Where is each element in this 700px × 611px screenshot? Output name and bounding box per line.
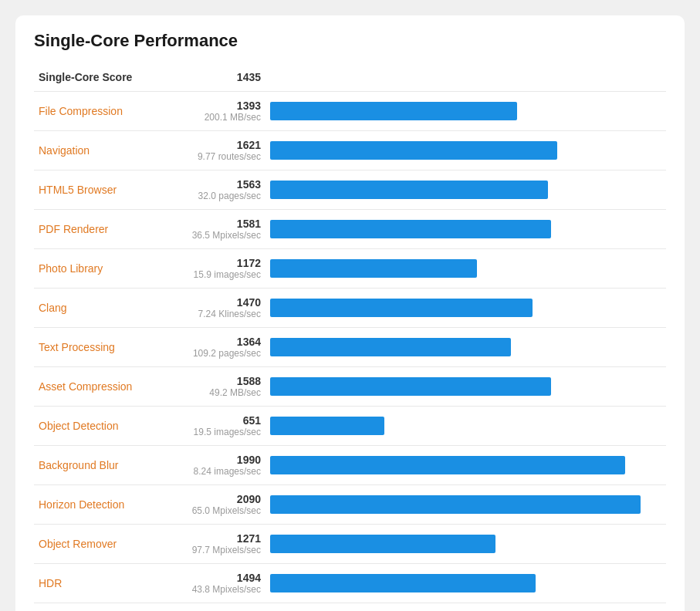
score-cell: 1393200.1 MB/sec (173, 92, 265, 131)
bar-fill (270, 495, 641, 514)
bar-cell (265, 249, 666, 289)
bar-track (270, 297, 661, 319)
bar-cell (265, 603, 666, 612)
page-title: Single-Core Performance (34, 31, 666, 51)
score-unit: 43.8 Mpixels/sec (178, 584, 261, 595)
benchmark-link[interactable]: HDR (34, 564, 173, 603)
benchmark-link[interactable]: Navigation (34, 131, 173, 170)
table-row: HTML5 Browser156332.0 pages/sec (34, 170, 666, 210)
benchmark-link[interactable]: Background Blur (34, 446, 173, 485)
score-cell: 149443.8 Mpixels/sec (173, 564, 265, 603)
bar-track (270, 376, 661, 397)
benchmark-link[interactable]: PDF Renderer (34, 210, 173, 249)
bar-fill (270, 535, 495, 553)
bar-fill (270, 259, 477, 278)
score-cell: 117215.9 images/sec (173, 249, 265, 289)
score-value: 1271 (178, 532, 261, 545)
benchmark-link[interactable]: Asset Compression (34, 367, 173, 407)
table-row: Background Blur19908.24 images/sec (34, 446, 666, 485)
table-row: Object Detection65119.5 images/sec (34, 407, 666, 446)
bar-track (270, 336, 661, 358)
benchmark-link[interactable]: HTML5 Browser (34, 170, 173, 210)
table-row: Object Remover127197.7 Mpixels/sec (34, 525, 666, 564)
bar-cell (265, 92, 666, 131)
benchmark-table: Single-Core Score1435File Compression139… (34, 63, 666, 611)
benchmark-link[interactable]: Clang (34, 289, 173, 328)
bar-track (270, 258, 661, 279)
score-unit: 109.2 pages/sec (178, 348, 261, 359)
bar-cell (265, 328, 666, 367)
table-row: Horizon Detection209065.0 Mpixels/sec (34, 485, 666, 525)
score-unit: 49.2 MB/sec (178, 387, 261, 398)
bar-cell (265, 131, 666, 170)
bar-track (270, 100, 661, 122)
bar-fill (270, 456, 625, 474)
score-cell: 158849.2 MB/sec (173, 367, 265, 407)
score-cell: 209065.0 Mpixels/sec (173, 485, 265, 525)
benchmark-link[interactable]: Text Processing (34, 328, 173, 367)
bar-fill (270, 141, 557, 160)
score-cell: 127197.7 Mpixels/sec (173, 525, 265, 564)
bar-track (270, 494, 661, 515)
score-cell: 19908.24 images/sec (173, 446, 265, 485)
score-value: 1621 (178, 139, 261, 151)
score-value: 1990 (178, 454, 261, 466)
benchmark-link[interactable]: File Compression (34, 92, 173, 131)
benchmark-link[interactable]: Photo Library (34, 249, 173, 289)
bar-fill (270, 377, 551, 396)
bar-cell (265, 210, 666, 249)
score-unit: 8.24 images/sec (178, 466, 261, 477)
score-value: 1588 (178, 375, 261, 387)
score-cell: 158136.5 Mpixels/sec (173, 210, 265, 249)
score-value: 1494 (178, 572, 261, 584)
score-unit: 32.0 pages/sec (178, 191, 261, 201)
bar-cell (265, 63, 666, 92)
benchmark-link[interactable]: Photo Filter (34, 603, 173, 612)
bar-track (270, 533, 661, 555)
table-row: Navigation16219.77 routes/sec (34, 131, 666, 170)
table-row: File Compression1393200.1 MB/sec (34, 92, 666, 131)
score-unit: 7.24 Klines/sec (178, 309, 261, 319)
score-value: 2090 (178, 493, 261, 505)
bar-track (270, 572, 661, 594)
score-cell: 1976 (173, 603, 265, 612)
bar-track (270, 179, 661, 201)
score-cell: 65119.5 images/sec (173, 407, 265, 446)
table-row: Clang14707.24 Klines/sec (34, 289, 666, 328)
score-unit: 97.7 Mpixels/sec (178, 545, 261, 555)
table-row: Photo Library117215.9 images/sec (34, 249, 666, 289)
bar-cell (265, 525, 666, 564)
score-value: 1172 (178, 257, 261, 269)
score-unit: 36.5 Mpixels/sec (178, 230, 261, 241)
bar-track (270, 140, 661, 161)
table-row: Single-Core Score1435 (34, 63, 666, 92)
bar-track (270, 415, 661, 437)
score-cell: 16219.77 routes/sec (173, 131, 265, 170)
benchmark-link[interactable]: Object Remover (34, 525, 173, 564)
benchmark-link[interactable]: Object Detection (34, 407, 173, 446)
score-cell: 1435 (173, 63, 265, 92)
score-cell: 14707.24 Klines/sec (173, 289, 265, 328)
score-value: 1563 (178, 178, 261, 191)
score-unit: 9.77 routes/sec (178, 151, 261, 162)
performance-card: Single-Core Performance Single-Core Scor… (15, 15, 685, 611)
score-value: 1581 (178, 218, 261, 230)
bar-cell (265, 367, 666, 407)
benchmark-link[interactable]: Horizon Detection (34, 485, 173, 525)
score-value: 1470 (178, 296, 261, 309)
benchmark-label: Single-Core Score (34, 63, 173, 92)
bar-fill (270, 574, 536, 592)
score-unit: 200.1 MB/sec (178, 112, 261, 123)
bar-track (270, 454, 661, 476)
score-value: 1364 (178, 336, 261, 348)
bar-cell (265, 564, 666, 603)
score-cell: 1364109.2 pages/sec (173, 328, 265, 367)
score-unit: 15.9 images/sec (178, 269, 261, 280)
score-value: 1393 (178, 100, 261, 112)
table-row: Photo Filter1976 (34, 603, 666, 612)
table-row: PDF Renderer158136.5 Mpixels/sec (34, 210, 666, 249)
bar-fill (270, 102, 517, 120)
score-value: 1435 (178, 71, 261, 83)
score-cell: 156332.0 pages/sec (173, 170, 265, 210)
score-unit: 19.5 images/sec (178, 427, 261, 437)
